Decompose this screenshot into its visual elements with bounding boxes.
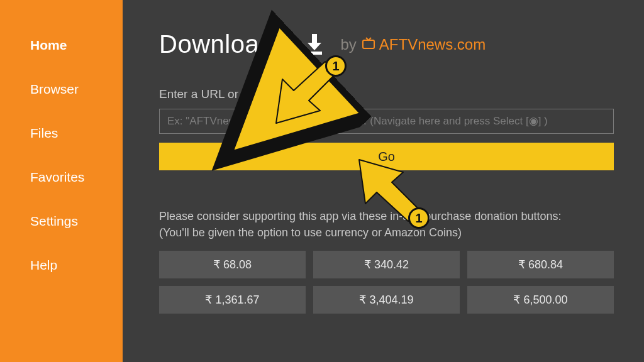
byline: by AFTVnews.com [340,36,486,53]
donation-button-5[interactable]: ₹ 3,404.19 [313,286,460,314]
app-header: Downloader by AFTVnews. [159,30,614,58]
support-line1: Please consider supporting this app via … [159,208,614,224]
url-input[interactable] [159,109,614,134]
sidebar-item-browser[interactable]: Browser [30,82,123,97]
donation-button-1[interactable]: ₹ 68.08 [159,251,306,278]
tv-icon [362,36,375,53]
brand-text: AFTVnews.com [379,36,486,53]
svg-rect-0 [312,34,317,44]
url-prompt: Enter a URL or Search Term: [159,87,614,101]
donation-button-3[interactable]: ₹ 680.84 [467,251,614,278]
go-button[interactable]: Go [159,143,614,170]
download-icon [305,34,324,55]
annotation-badge-1: 1 [325,55,347,77]
sidebar: Home Browser Files Favorites Settings He… [0,0,123,362]
support-text: Please consider supporting this app via … [159,208,614,241]
sidebar-item-home[interactable]: Home [30,38,123,53]
by-text: by [340,36,356,53]
sidebar-item-favorites[interactable]: Favorites [30,170,123,185]
sidebar-item-files[interactable]: Files [30,126,123,141]
main-panel: Downloader by AFTVnews. [123,0,644,362]
app-title: Downloader [159,30,296,58]
svg-rect-2 [307,52,322,55]
svg-marker-1 [308,43,321,50]
donation-button-6[interactable]: ₹ 6,500.00 [467,286,614,314]
donation-button-4[interactable]: ₹ 1,361.67 [159,286,306,314]
sidebar-item-settings[interactable]: Settings [30,214,123,229]
donation-grid: ₹ 68.08 ₹ 340.42 ₹ 680.84 ₹ 1,361.67 ₹ 3… [159,251,614,314]
support-line2: (You'll be given the option to use curre… [159,224,614,241]
svg-rect-3 [363,40,374,48]
donation-button-2[interactable]: ₹ 340.42 [313,251,460,278]
sidebar-item-help[interactable]: Help [30,258,123,273]
